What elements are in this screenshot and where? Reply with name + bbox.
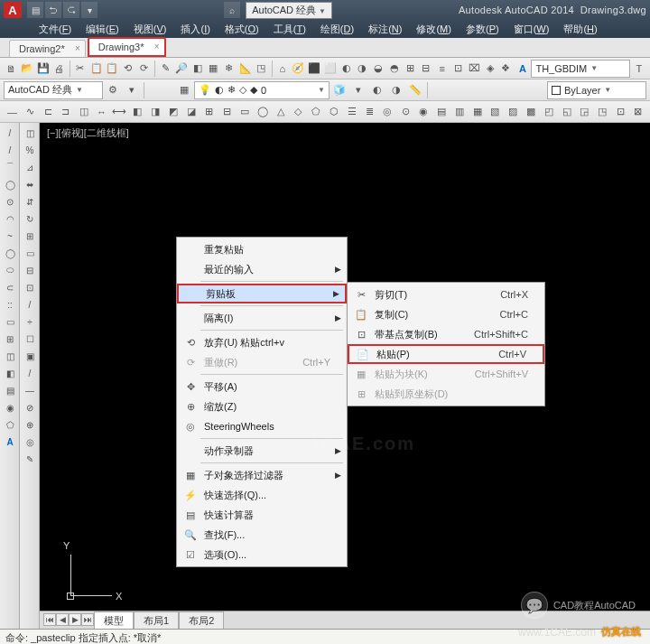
dim-icon[interactable]: ≣ bbox=[361, 103, 378, 121]
mod-icon[interactable]: ▭ bbox=[21, 245, 39, 261]
ctx-item[interactable]: ▦子对象选择过滤器▶ bbox=[177, 465, 347, 485]
app-logo[interactable]: A bbox=[4, 2, 22, 18]
ctx-item[interactable]: ▤快速计算器 bbox=[177, 505, 347, 525]
nav-first-icon[interactable]: ⏮ bbox=[43, 613, 56, 626]
tool-icon[interactable]: ≡ bbox=[434, 60, 450, 78]
cut-icon[interactable]: ✂ bbox=[73, 60, 88, 78]
tool-icon[interactable]: ◐ bbox=[368, 81, 386, 99]
dim-icon[interactable]: — bbox=[4, 103, 21, 121]
dim-icon[interactable]: ◉ bbox=[415, 103, 432, 121]
circle-icon[interactable]: ◯ bbox=[1, 176, 19, 192]
menu-draw[interactable]: 绘图(D) bbox=[318, 21, 357, 38]
tool-icon[interactable]: ⌂ bbox=[274, 60, 290, 78]
ctx-item[interactable]: ⚡快速选择(Q)... bbox=[177, 485, 347, 505]
dim-icon[interactable]: ⊙ bbox=[397, 103, 414, 121]
bylayer-dropdown[interactable]: ByLayer▼ bbox=[547, 81, 646, 99]
polygon-icon[interactable]: ⬠ bbox=[1, 416, 19, 433]
layer-dropdown[interactable]: 💡 ◐ ❄ ◇ ◆ 0 ▼ bbox=[194, 81, 330, 99]
dim-icon[interactable]: ◯ bbox=[254, 103, 271, 121]
tool-icon[interactable]: 📏 bbox=[406, 81, 424, 99]
dim-icon[interactable]: ▦ bbox=[469, 103, 486, 121]
dim-icon[interactable]: ▨ bbox=[505, 103, 522, 121]
ctx-item[interactable]: ✂剪切(T)Ctrl+X bbox=[348, 285, 544, 304]
dim-icon[interactable]: ◪ bbox=[182, 103, 200, 121]
dim-icon[interactable]: ▤ bbox=[433, 103, 450, 121]
tool-icon[interactable]: ▦ bbox=[206, 60, 221, 78]
dim-icon[interactable]: ⊏ bbox=[40, 103, 57, 121]
dim-icon[interactable]: ▩ bbox=[523, 103, 540, 121]
ctx-item[interactable]: ◎SteeringWheels bbox=[177, 416, 347, 436]
dim-icon[interactable]: ↔ bbox=[93, 103, 110, 121]
menu-dimension[interactable]: 标注(N) bbox=[366, 21, 404, 38]
menu-file[interactable]: 文件(F) bbox=[36, 21, 74, 38]
paste-icon[interactable]: 📋 bbox=[105, 60, 120, 78]
rect-icon[interactable]: ▭ bbox=[1, 313, 19, 330]
tab-model[interactable]: 模型 bbox=[94, 611, 134, 630]
mod-icon[interactable]: / bbox=[21, 365, 39, 381]
zoom-icon[interactable]: 🔎 bbox=[174, 60, 190, 78]
menu-format[interactable]: 格式(O) bbox=[222, 21, 262, 38]
save-icon[interactable]: 💾 bbox=[35, 60, 51, 78]
tool-icon[interactable]: ◧ bbox=[190, 60, 205, 78]
boundary-icon[interactable]: ◉ bbox=[1, 399, 19, 415]
ray-icon[interactable]: / bbox=[1, 142, 19, 158]
mod-icon[interactable]: ◫ bbox=[21, 125, 39, 141]
arc-icon[interactable]: ◠ bbox=[1, 210, 19, 227]
doc-tab-active[interactable]: Drawing3* × bbox=[88, 37, 166, 57]
text-icon[interactable]: A bbox=[1, 434, 19, 450]
gear-icon[interactable]: ⚙ bbox=[104, 81, 122, 99]
search-icon[interactable]: ⌕ bbox=[224, 2, 240, 18]
tool-icon[interactable]: ⬛ bbox=[307, 60, 322, 78]
ctx-item[interactable]: 动作录制器▶ bbox=[177, 441, 347, 461]
ellipse-arc-icon[interactable]: ⬭ bbox=[1, 262, 19, 278]
tool-icon[interactable]: 🧊 bbox=[330, 81, 348, 99]
mod-icon[interactable]: ⊞ bbox=[21, 228, 39, 244]
tool-icon[interactable]: ⊞ bbox=[403, 60, 418, 78]
dim-icon[interactable]: ◳ bbox=[594, 103, 611, 121]
dim-icon[interactable]: △ bbox=[272, 103, 289, 121]
tool-icon[interactable]: ⊟ bbox=[419, 60, 434, 78]
tool-icon[interactable]: T bbox=[631, 60, 646, 78]
copy-icon[interactable]: 📋 bbox=[88, 60, 104, 78]
dim-icon[interactable]: ⟷ bbox=[111, 103, 128, 121]
menu-edit[interactable]: 编辑(E) bbox=[83, 21, 122, 38]
qat-undo-icon[interactable]: ⮌ bbox=[45, 2, 61, 18]
dim-icon[interactable]: ◎ bbox=[379, 103, 396, 121]
point-icon[interactable]: :: bbox=[1, 296, 19, 313]
ctx-item[interactable]: ☑选项(O)... bbox=[177, 545, 347, 565]
mod-icon[interactable]: ◎ bbox=[21, 434, 39, 450]
tool-icon[interactable]: ◑ bbox=[355, 60, 370, 78]
open-icon[interactable]: 📂 bbox=[20, 60, 35, 78]
qat-dropdown-icon[interactable]: ▾ bbox=[81, 2, 98, 18]
menu-modify[interactable]: 修改(M) bbox=[413, 21, 454, 38]
view-controls[interactable]: [−][俯视][二维线框] bbox=[47, 126, 129, 140]
donut-icon[interactable]: ⊙ bbox=[1, 193, 19, 210]
dim-icon[interactable]: ◇ bbox=[290, 103, 307, 121]
line-icon[interactable]: / bbox=[1, 125, 19, 141]
qat-btn[interactable]: ▤ bbox=[27, 2, 43, 18]
mod-icon[interactable]: ✎ bbox=[21, 451, 39, 467]
nav-next-icon[interactable]: ▶ bbox=[69, 613, 81, 626]
mod-icon[interactable]: ⬌ bbox=[21, 176, 39, 192]
mod-icon[interactable]: — bbox=[21, 382, 39, 398]
dim-icon[interactable]: ⊞ bbox=[200, 103, 218, 121]
mod-icon[interactable]: ÷ bbox=[21, 313, 39, 330]
qat-redo-icon[interactable]: ⮎ bbox=[63, 2, 79, 18]
dim-icon[interactable]: ◨ bbox=[147, 103, 164, 121]
tool-icon[interactable]: ▾ bbox=[349, 81, 367, 99]
ctx-item[interactable]: 最近的输入▶ bbox=[177, 259, 347, 279]
mod-icon[interactable]: ⊿ bbox=[21, 159, 39, 175]
close-icon[interactable]: × bbox=[154, 42, 160, 51]
ctx-item[interactable]: 重复粘贴 bbox=[177, 239, 347, 259]
ctx-item[interactable]: 🔍查找(F)... bbox=[177, 525, 347, 545]
nav-last-icon[interactable]: ⏭ bbox=[81, 613, 94, 626]
ctx-item[interactable]: 剪贴板▶ bbox=[177, 284, 347, 303]
tool-icon[interactable]: ⌧ bbox=[467, 60, 482, 78]
rotate-icon[interactable]: ↻ bbox=[21, 210, 39, 227]
ctx-item[interactable]: ✥平移(A) bbox=[177, 377, 347, 397]
tool-icon[interactable]: ◳ bbox=[254, 60, 269, 78]
mod-icon[interactable]: % bbox=[21, 142, 39, 158]
gradient-icon[interactable]: ▤ bbox=[1, 382, 19, 398]
table-icon[interactable]: ◧ bbox=[1, 365, 19, 381]
dim-icon[interactable]: ⊐ bbox=[57, 103, 74, 121]
